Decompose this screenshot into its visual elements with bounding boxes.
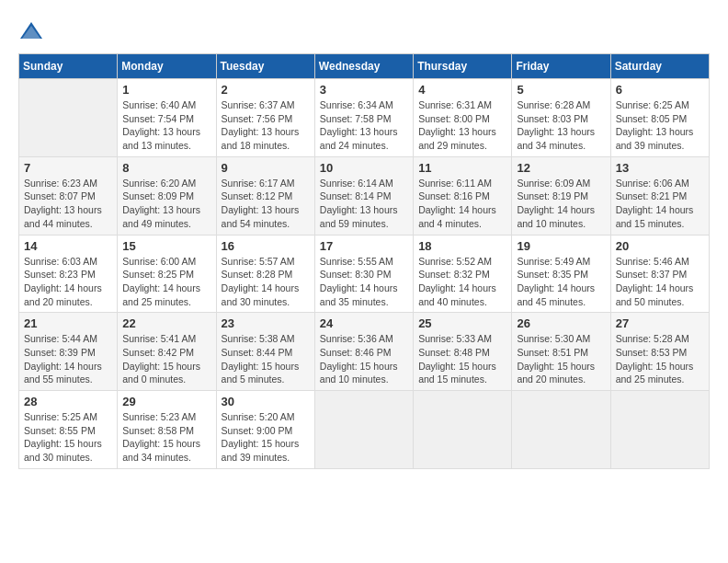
day-number: 30 (222, 395, 310, 408)
calendar-cell: 29Sunrise: 5:23 AM Sunset: 8:58 PM Dayli… (118, 391, 216, 469)
day-number: 16 (222, 239, 310, 253)
day-number: 24 (320, 316, 408, 330)
calendar-cell: 15Sunrise: 6:00 AM Sunset: 8:25 PM Dayli… (118, 235, 216, 313)
calendar-table: SundayMondayTuesdayWednesdayThursdayFrid… (18, 53, 710, 469)
day-info: Sunrise: 5:20 AM Sunset: 9:00 PM Dayligh… (222, 410, 310, 465)
calendar-cell: 26Sunrise: 5:30 AM Sunset: 8:51 PM Dayli… (512, 313, 610, 391)
calendar-cell (512, 391, 610, 469)
day-number: 17 (320, 239, 408, 253)
day-info: Sunrise: 5:49 AM Sunset: 8:35 PM Dayligh… (517, 255, 605, 309)
day-info: Sunrise: 5:28 AM Sunset: 8:53 PM Dayligh… (616, 332, 704, 386)
day-number: 10 (320, 161, 408, 175)
calendar-cell: 28Sunrise: 5:25 AM Sunset: 8:55 PM Dayli… (19, 391, 118, 469)
day-info: Sunrise: 5:38 AM Sunset: 8:44 PM Dayligh… (222, 332, 310, 386)
day-number: 1 (122, 83, 210, 97)
day-info: Sunrise: 6:20 AM Sunset: 8:09 PM Dayligh… (122, 177, 210, 231)
day-number: 18 (418, 239, 506, 253)
calendar-cell: 21Sunrise: 5:44 AM Sunset: 8:39 PM Dayli… (19, 313, 118, 391)
calendar-week-row: 7Sunrise: 6:23 AM Sunset: 8:07 PM Daylig… (19, 156, 710, 235)
calendar-cell: 4Sunrise: 6:31 AM Sunset: 8:00 PM Daylig… (414, 79, 512, 157)
day-info: Sunrise: 6:09 AM Sunset: 8:19 PM Dayligh… (517, 177, 605, 231)
calendar-cell (414, 391, 512, 469)
day-number: 11 (418, 161, 506, 175)
day-info: Sunrise: 5:23 AM Sunset: 8:58 PM Dayligh… (122, 410, 210, 465)
weekday-header-sunday: Sunday (19, 54, 118, 79)
day-info: Sunrise: 6:03 AM Sunset: 8:23 PM Dayligh… (24, 255, 112, 309)
day-number: 9 (222, 161, 310, 175)
calendar-cell: 25Sunrise: 5:33 AM Sunset: 8:48 PM Dayli… (414, 313, 512, 391)
weekday-header-saturday: Saturday (610, 54, 709, 79)
calendar-cell: 3Sunrise: 6:34 AM Sunset: 7:58 PM Daylig… (314, 79, 413, 157)
calendar-cell (19, 79, 118, 157)
calendar-cell: 17Sunrise: 5:55 AM Sunset: 8:30 PM Dayli… (314, 235, 413, 313)
day-number: 28 (24, 395, 112, 408)
day-info: Sunrise: 6:34 AM Sunset: 7:58 PM Dayligh… (320, 98, 408, 153)
weekday-header-row: SundayMondayTuesdayWednesdayThursdayFrid… (19, 54, 710, 79)
calendar-cell: 19Sunrise: 5:49 AM Sunset: 8:35 PM Dayli… (512, 235, 610, 313)
calendar-cell: 11Sunrise: 6:11 AM Sunset: 8:16 PM Dayli… (414, 156, 512, 235)
day-number: 22 (122, 316, 210, 330)
day-info: Sunrise: 6:40 AM Sunset: 7:54 PM Dayligh… (122, 98, 210, 153)
day-number: 27 (616, 316, 704, 330)
calendar-week-row: 28Sunrise: 5:25 AM Sunset: 8:55 PM Dayli… (19, 391, 710, 469)
calendar-cell: 12Sunrise: 6:09 AM Sunset: 8:19 PM Dayli… (512, 156, 610, 235)
day-number: 15 (122, 239, 210, 253)
calendar-cell: 7Sunrise: 6:23 AM Sunset: 8:07 PM Daylig… (19, 156, 118, 235)
calendar-cell: 18Sunrise: 5:52 AM Sunset: 8:32 PM Dayli… (414, 235, 512, 313)
day-info: Sunrise: 6:17 AM Sunset: 8:12 PM Dayligh… (222, 177, 310, 231)
day-info: Sunrise: 6:00 AM Sunset: 8:25 PM Dayligh… (122, 255, 210, 309)
calendar-cell: 20Sunrise: 5:46 AM Sunset: 8:37 PM Dayli… (610, 235, 709, 313)
day-info: Sunrise: 6:31 AM Sunset: 8:00 PM Dayligh… (418, 98, 506, 153)
day-number: 8 (122, 161, 210, 175)
calendar-cell (314, 391, 413, 469)
day-number: 6 (616, 83, 704, 97)
day-info: Sunrise: 6:28 AM Sunset: 8:03 PM Dayligh… (517, 98, 605, 153)
day-info: Sunrise: 6:14 AM Sunset: 8:14 PM Dayligh… (320, 177, 408, 231)
calendar-week-row: 14Sunrise: 6:03 AM Sunset: 8:23 PM Dayli… (19, 235, 710, 313)
calendar-cell: 24Sunrise: 5:36 AM Sunset: 8:46 PM Dayli… (314, 313, 413, 391)
calendar-cell: 5Sunrise: 6:28 AM Sunset: 8:03 PM Daylig… (512, 79, 610, 157)
calendar-cell: 8Sunrise: 6:20 AM Sunset: 8:09 PM Daylig… (118, 156, 216, 235)
weekday-header-wednesday: Wednesday (314, 54, 413, 79)
day-info: Sunrise: 6:23 AM Sunset: 8:07 PM Dayligh… (24, 177, 112, 231)
day-info: Sunrise: 5:25 AM Sunset: 8:55 PM Dayligh… (24, 410, 112, 465)
calendar-cell: 27Sunrise: 5:28 AM Sunset: 8:53 PM Dayli… (610, 313, 709, 391)
day-number: 12 (517, 161, 605, 175)
calendar-cell: 16Sunrise: 5:57 AM Sunset: 8:28 PM Dayli… (216, 235, 314, 313)
day-info: Sunrise: 5:55 AM Sunset: 8:30 PM Dayligh… (320, 255, 408, 309)
day-number: 21 (24, 316, 112, 330)
day-number: 26 (517, 316, 605, 330)
day-number: 3 (320, 83, 408, 97)
calendar-cell: 9Sunrise: 6:17 AM Sunset: 8:12 PM Daylig… (216, 156, 314, 235)
day-number: 13 (616, 161, 704, 175)
day-info: Sunrise: 5:44 AM Sunset: 8:39 PM Dayligh… (24, 332, 112, 386)
day-info: Sunrise: 5:30 AM Sunset: 8:51 PM Dayligh… (517, 332, 605, 386)
weekday-header-thursday: Thursday (414, 54, 512, 79)
day-number: 19 (517, 239, 605, 253)
logo-icon (18, 18, 44, 44)
day-number: 7 (24, 161, 112, 175)
calendar-week-row: 21Sunrise: 5:44 AM Sunset: 8:39 PM Dayli… (19, 313, 710, 391)
calendar-cell: 22Sunrise: 5:41 AM Sunset: 8:42 PM Dayli… (118, 313, 216, 391)
day-number: 4 (418, 83, 506, 97)
day-number: 29 (122, 395, 210, 408)
calendar-cell: 6Sunrise: 6:25 AM Sunset: 8:05 PM Daylig… (610, 79, 709, 157)
calendar-week-row: 1Sunrise: 6:40 AM Sunset: 7:54 PM Daylig… (19, 79, 710, 157)
logo (18, 18, 48, 44)
day-info: Sunrise: 5:36 AM Sunset: 8:46 PM Dayligh… (320, 332, 408, 386)
day-info: Sunrise: 6:25 AM Sunset: 8:05 PM Dayligh… (616, 98, 704, 153)
calendar-cell: 14Sunrise: 6:03 AM Sunset: 8:23 PM Dayli… (19, 235, 118, 313)
calendar-cell (610, 391, 709, 469)
day-number: 5 (517, 83, 605, 97)
day-info: Sunrise: 6:11 AM Sunset: 8:16 PM Dayligh… (418, 177, 506, 231)
calendar-cell: 2Sunrise: 6:37 AM Sunset: 7:56 PM Daylig… (216, 79, 314, 157)
day-info: Sunrise: 5:52 AM Sunset: 8:32 PM Dayligh… (418, 255, 506, 309)
calendar-cell: 13Sunrise: 6:06 AM Sunset: 8:21 PM Dayli… (610, 156, 709, 235)
day-number: 20 (616, 239, 704, 253)
day-info: Sunrise: 5:57 AM Sunset: 8:28 PM Dayligh… (222, 255, 310, 309)
day-info: Sunrise: 5:46 AM Sunset: 8:37 PM Dayligh… (616, 255, 704, 309)
day-number: 25 (418, 316, 506, 330)
day-info: Sunrise: 6:06 AM Sunset: 8:21 PM Dayligh… (616, 177, 704, 231)
page-header (18, 18, 710, 44)
calendar-cell: 1Sunrise: 6:40 AM Sunset: 7:54 PM Daylig… (118, 79, 216, 157)
